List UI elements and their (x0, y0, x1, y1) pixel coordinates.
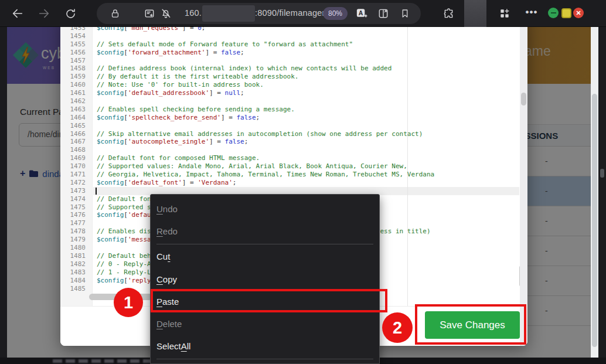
reload-button[interactable] (63, 6, 77, 21)
browser-toolbar: 160. :8090/filemanager/ 80% A ••• ✕ (0, 0, 606, 27)
code-text: $config['autocomplete_single'] = false; (97, 138, 248, 146)
line-number: 1454 (60, 32, 93, 40)
line-number: 1482 (60, 260, 93, 268)
code-line[interactable]: 1469// Default font for composed HTML me… (60, 154, 520, 162)
zoom-level-badge[interactable]: 80% (323, 7, 348, 20)
line-number: 1455 (60, 40, 93, 49)
back-button[interactable] (11, 6, 25, 21)
line-number: 1475 (60, 203, 93, 212)
dialog-scrollbar-thumb[interactable] (521, 93, 526, 106)
bell-muted-icon[interactable] (160, 8, 172, 20)
code-line[interactable]: 1463// Enables spell checking before sen… (60, 106, 520, 114)
browser-menu-button[interactable]: ••• (523, 4, 540, 21)
code-line[interactable]: 1471// Georgia, Helvetica, Impact, Tahom… (60, 171, 520, 179)
code-line[interactable]: 1470// Supported values: Andale Mono, Ar… (60, 162, 520, 171)
window-close-button[interactable]: ✕ (573, 8, 584, 18)
code-text: // Georgia, Helvetica, Impact, Tahoma, T… (97, 171, 434, 179)
code-text: // Skip alternative email addresses in a… (97, 130, 423, 138)
menu-item-cut[interactable]: Cut (151, 246, 379, 268)
code-text: $config['mdn_requests'] = 0; (97, 27, 205, 32)
dialog-scrollbar-track[interactable] (520, 27, 527, 346)
code-line[interactable]: 1467$config['autocomplete_single'] = fal… (60, 138, 520, 146)
page-scrollbar[interactable] (591, 27, 598, 358)
scroll-mark (600, 169, 604, 178)
line-number: 1479 (60, 236, 93, 244)
line-number: 1476 (60, 211, 93, 219)
code-text: // By default it is the first writeable … (97, 73, 298, 81)
line-number: 1463 (60, 106, 93, 114)
line-number: 1480 (60, 244, 93, 252)
line-number: 1483 (60, 268, 93, 277)
code-text: $config['default_font'] = 'Verdana'; (97, 179, 236, 187)
line-number: 1466 (60, 130, 93, 138)
code-text: // Supported values: Andale Mono, Arial,… (97, 162, 407, 171)
line-number: 1461 (60, 89, 93, 97)
line-number: 1470 (60, 162, 93, 171)
line-number: 1484 (60, 277, 93, 285)
code-line[interactable]: 1464$config['spellcheck_before_send'] = … (60, 114, 520, 122)
line-number: 1459 (60, 73, 93, 81)
lock-icon (110, 8, 120, 19)
forward-button[interactable] (37, 6, 51, 21)
step2-highlight-box (415, 304, 526, 345)
line-number: 1472 (60, 179, 93, 187)
code-line[interactable]: 1458// Defines address book (internal in… (60, 64, 520, 73)
code-text: $config['default_addressbook'] = null; (97, 89, 244, 97)
window-maximize-button[interactable] (561, 8, 571, 18)
code-line[interactable]: 1457 (60, 57, 520, 65)
step1-badge: 1 (114, 288, 143, 317)
menu-item-delete: Delete (151, 312, 379, 335)
url-redacted-blur (202, 5, 255, 22)
code-line[interactable]: 1462 (60, 97, 520, 106)
line-number: 1464 (60, 114, 93, 122)
bookmark-icon[interactable] (400, 8, 410, 19)
window-left-edge (0, 27, 7, 358)
line-number: 1456 (60, 49, 93, 57)
split-screen-icon[interactable] (377, 8, 389, 19)
more-dots-icon: ••• (526, 6, 538, 18)
page-scrollbar-thumb[interactable] (592, 94, 597, 347)
code-line[interactable]: 1456$config['forward_attachment'] = fals… (60, 49, 520, 57)
code-line[interactable]: 1459// By default it is the first writea… (60, 73, 520, 81)
code-text: // Defines address book (internal index)… (97, 64, 391, 73)
screen: 160. :8090/filemanager/ 80% A ••• ✕ (0, 0, 606, 364)
window-minimize-button[interactable] (548, 8, 559, 18)
code-text: // Enables spell checking before sending… (97, 106, 295, 114)
code-line[interactable]: 1465 (60, 122, 520, 130)
close-icon: ✕ (576, 9, 581, 17)
code-line[interactable]: 1455// Sets default mode of Forward feat… (60, 40, 520, 49)
window-right-edge (598, 27, 606, 358)
line-number: 1474 (60, 195, 93, 203)
step1-highlight-box (151, 289, 387, 312)
context-menu: UndoRedoCutCopyPasteDeleteSelect All (150, 194, 380, 364)
code-line[interactable]: 1460// Note: Use '0' for built-in addres… (60, 81, 520, 89)
line-number: 1471 (60, 171, 93, 179)
menu-separator (156, 244, 373, 244)
puzzle-icon (442, 8, 455, 20)
line-number: 1469 (60, 154, 93, 162)
line-number: 1481 (60, 252, 93, 260)
menu-item-select-all[interactable]: Select All (151, 335, 379, 358)
apps-grid-button[interactable] (498, 6, 512, 21)
line-number: 1460 (60, 81, 93, 89)
code-text: // Note: Use '0' for built-in address bo… (97, 81, 264, 89)
translate-icon[interactable]: A (355, 7, 369, 21)
code-text: $config['spellcheck_before_send'] = fals… (97, 114, 260, 122)
line-number: 1468 (60, 146, 93, 154)
svg-text:A: A (359, 9, 363, 16)
menu-item-undo: Undo (151, 198, 379, 220)
code-line[interactable]: 1466// Skip alternative email addresses … (60, 130, 520, 138)
reading-view-icon[interactable] (144, 8, 155, 19)
menu-item-copy[interactable]: Copy (151, 268, 379, 290)
code-line[interactable]: 1472$config['default_font'] = 'Verdana'; (60, 179, 520, 187)
code-line[interactable]: 1461$config['default_addressbook'] = nul… (60, 89, 520, 97)
code-line[interactable]: 1454 (60, 32, 520, 40)
code-line[interactable]: 1453$config['mdn_requests'] = 0; (60, 27, 520, 32)
back-arrow-icon (11, 7, 24, 20)
profile-redacted-blur[interactable] (464, 0, 486, 27)
code-line[interactable]: 1468 (60, 146, 520, 154)
extensions-button[interactable] (441, 6, 455, 21)
forward-arrow-icon (38, 7, 50, 20)
line-number: 1478 (60, 227, 93, 236)
address-bar[interactable]: 160. :8090/filemanager/ 80% A (97, 3, 421, 24)
